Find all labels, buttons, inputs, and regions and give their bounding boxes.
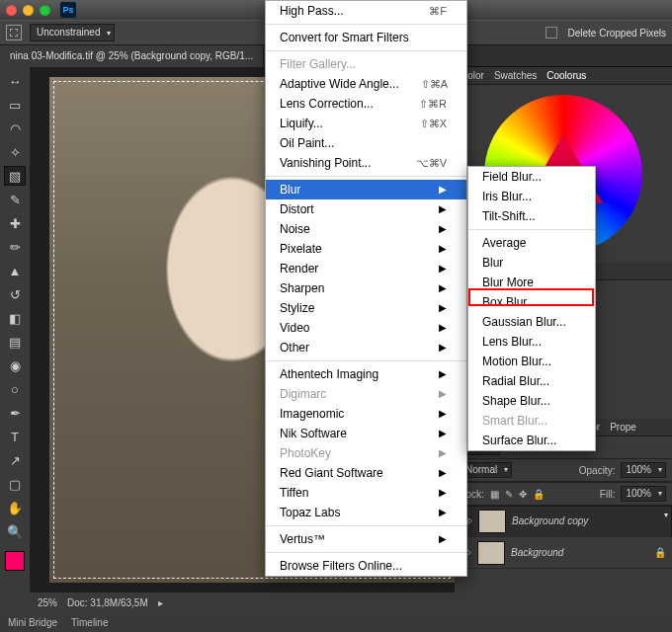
delete-cropped-checkbox[interactable]	[546, 27, 557, 39]
fill-value[interactable]: 100%	[621, 486, 666, 502]
submenu-arrow-icon: ▶	[439, 219, 447, 239]
menu-item[interactable]: Vertus™▶	[266, 529, 466, 549]
menu-item[interactable]: Motion Blur...	[468, 352, 595, 371]
menu-item[interactable]: Distort▶	[266, 199, 466, 219]
blur-tool[interactable]: ◉	[4, 356, 26, 375]
submenu-arrow-icon: ▶	[439, 404, 447, 424]
submenu-arrow-icon: ▶	[439, 443, 447, 463]
wand-tool[interactable]: ✧	[4, 142, 26, 162]
eyedropper-tool[interactable]: ✎	[4, 190, 26, 209]
layer-lock-row: Lock: ▦ ✎ ✥ 🔒 Fill: 100%	[455, 482, 672, 506]
type-tool[interactable]: T	[4, 427, 26, 446]
submenu-arrow-icon: ▶	[439, 338, 447, 357]
submenu-arrow-icon: ▶	[439, 239, 447, 259]
foreground-color-swatch[interactable]	[5, 551, 25, 571]
menu-item[interactable]: Red Giant Software▶	[266, 463, 466, 483]
aspect-ratio-select[interactable]: Unconstrained	[30, 24, 115, 41]
tab-mini-bridge[interactable]: Mini Bridge	[8, 617, 57, 628]
menu-item[interactable]: Tiffen▶	[266, 483, 466, 503]
menu-item[interactable]: Imagenomic▶	[266, 404, 466, 424]
layer-thumbnail[interactable]	[478, 510, 506, 533]
menu-item[interactable]: Convert for Smart Filters	[266, 28, 466, 47]
submenu-arrow-icon: ▶	[439, 298, 447, 318]
tab-timeline[interactable]: Timeline	[71, 617, 108, 628]
menu-item[interactable]: Iris Blur...	[468, 187, 595, 206]
opacity-value[interactable]: 100%	[621, 462, 666, 478]
menu-item[interactable]: Gaussian Blur...	[468, 312, 595, 332]
menu-item[interactable]: Pixelate▶	[266, 239, 466, 259]
layer-blend-row: Normal Opacity: 100%	[455, 459, 672, 482]
lock-position-icon[interactable]: ✥	[519, 489, 527, 500]
menu-item[interactable]: Lens Correction...⇧⌘R	[266, 94, 466, 114]
menu-item[interactable]: Shape Blur...	[468, 391, 595, 411]
document-tab[interactable]: nina 03-Modifica.tif @ 25% (Background c…	[0, 45, 264, 67]
menu-item[interactable]: Noise▶	[266, 219, 466, 239]
lock-all-icon[interactable]: 🔒	[533, 489, 545, 500]
close-window-button[interactable]	[6, 5, 17, 16]
hand-tool[interactable]: ✋	[4, 498, 26, 517]
tab-properties[interactable]: Prope	[610, 422, 636, 433]
zoom-tool[interactable]: 🔍	[4, 521, 26, 541]
submenu-arrow-icon: ▶	[439, 529, 447, 549]
menu-item[interactable]: Stylize▶	[266, 298, 466, 318]
layer-name[interactable]: Background	[511, 547, 563, 558]
eraser-tool[interactable]: ◧	[4, 308, 26, 328]
menu-item[interactable]: Nik Software▶	[266, 424, 466, 443]
lasso-tool[interactable]: ◠	[4, 118, 26, 138]
move-tool[interactable]: ↔	[4, 71, 26, 91]
lock-pixels-icon[interactable]: ✎	[505, 489, 513, 500]
dodge-tool[interactable]: ○	[4, 379, 26, 399]
menu-item[interactable]: High Pass...⌘F	[266, 1, 466, 21]
layer-row[interactable]: Background copy	[455, 506, 672, 537]
menu-item[interactable]: Sharpen▶	[266, 278, 466, 298]
path-tool[interactable]: ↗	[4, 450, 26, 470]
submenu-arrow-icon: ▶	[439, 364, 447, 384]
healing-tool[interactable]: ✚	[4, 213, 26, 233]
menu-item[interactable]: Surface Blur...	[468, 431, 595, 450]
menu-item[interactable]: Blur▶	[266, 180, 466, 199]
minimize-window-button[interactable]	[23, 5, 34, 16]
menu-item[interactable]: Blur	[468, 253, 595, 273]
submenu-arrow-icon: ▶	[439, 384, 447, 404]
menu-item[interactable]: Adaptive Wide Angle...⇧⌘A	[266, 74, 466, 94]
menu-item[interactable]: Render▶	[266, 259, 466, 278]
layer-thumbnail[interactable]	[477, 541, 505, 565]
zoom-window-button[interactable]	[40, 5, 50, 16]
menu-item[interactable]: Field Blur...	[468, 167, 595, 187]
history-brush-tool[interactable]: ↺	[4, 284, 26, 304]
tab-swatches[interactable]: Swatches	[494, 70, 537, 81]
menu-item[interactable]: Browse Filters Online...	[266, 556, 466, 576]
menu-item[interactable]: Vanishing Point...⌥⌘V	[266, 153, 466, 173]
blend-mode-select[interactable]: Normal	[461, 462, 512, 478]
gradient-tool[interactable]: ▤	[4, 332, 26, 352]
app-icon: Ps	[60, 2, 76, 18]
submenu-arrow-icon: ▶	[439, 483, 447, 503]
menu-item[interactable]: Athentech Imaging▶	[266, 364, 466, 384]
menu-item: Smart Blur...	[468, 411, 595, 431]
layer-name[interactable]: Background copy	[512, 514, 588, 529]
menu-item[interactable]: Topaz Labs▶	[266, 503, 466, 522]
zoom-level[interactable]: 25%	[38, 597, 57, 608]
menu-item[interactable]: Video▶	[266, 318, 466, 338]
submenu-arrow-icon: ▶	[439, 503, 447, 522]
layer-row[interactable]: Background 🔒	[455, 537, 672, 569]
pen-tool[interactable]: ✒	[4, 403, 26, 423]
crop-tool[interactable]: ▧	[4, 166, 26, 186]
menu-item[interactable]: Lens Blur...	[468, 332, 595, 352]
menu-item[interactable]: Radial Blur...	[468, 371, 595, 391]
menu-item[interactable]: Liquify...⇧⌘X	[266, 114, 466, 133]
submenu-arrow-icon: ▶	[439, 318, 447, 338]
canvas-status-bar: 25% Doc: 31,8M/63,5M ▸	[30, 592, 455, 612]
menu-item[interactable]: Average	[468, 233, 595, 253]
menu-item[interactable]: Oil Paint...	[266, 133, 466, 153]
menu-item[interactable]: Tilt-Shift...	[468, 206, 595, 226]
info-arrow-icon[interactable]: ▸	[158, 597, 163, 608]
marquee-tool[interactable]: ▭	[4, 95, 26, 115]
brush-tool[interactable]: ✏	[4, 237, 26, 257]
crop-tool-icon	[6, 25, 22, 40]
lock-transparency-icon[interactable]: ▦	[490, 489, 499, 500]
shape-tool[interactable]: ▢	[4, 474, 26, 494]
tab-coolorus[interactable]: Coolorus	[546, 70, 586, 81]
stamp-tool[interactable]: ▲	[4, 261, 26, 280]
menu-item[interactable]: Other▶	[266, 338, 466, 357]
